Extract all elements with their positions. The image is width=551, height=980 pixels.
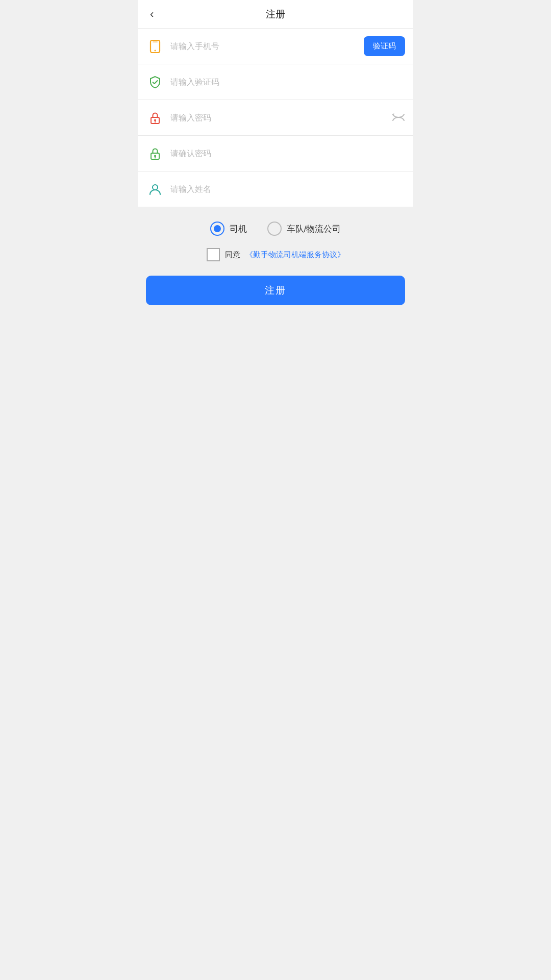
role-fleet-option[interactable]: 车队/物流公司 [267, 222, 341, 236]
driver-label: 司机 [230, 223, 247, 235]
confirm-password-row [138, 136, 413, 172]
lock-green-icon [146, 144, 164, 163]
page-header: ‹ 注册 [138, 0, 413, 29]
back-button[interactable]: ‹ [146, 5, 158, 24]
role-row: 司机 车队/物流公司 [146, 222, 405, 236]
name-input[interactable] [170, 185, 405, 194]
fleet-label: 车队/物流公司 [287, 223, 341, 235]
shield-icon [146, 73, 164, 91]
svg-point-2 [155, 50, 156, 51]
phone-row: 验证码 [138, 29, 413, 64]
verify-code-row [138, 64, 413, 100]
svg-rect-1 [153, 41, 158, 42]
confirm-password-input[interactable] [170, 149, 405, 158]
agree-prefix: 同意 [225, 250, 240, 260]
password-row [138, 100, 413, 136]
phone-input[interactable] [170, 42, 364, 51]
name-row [138, 172, 413, 207]
agree-row: 同意 《勤手物流司机端服务协议》 [146, 248, 405, 261]
svg-point-10 [153, 185, 158, 190]
driver-radio[interactable] [210, 222, 224, 236]
lock-red-icon [146, 109, 164, 127]
driver-radio-inner [214, 225, 221, 232]
user-icon [146, 180, 164, 199]
agree-checkbox[interactable] [207, 248, 220, 261]
eye-icon[interactable] [392, 111, 405, 125]
page-title: 注册 [266, 8, 285, 21]
bottom-area [138, 315, 413, 520]
register-button[interactable]: 注册 [146, 276, 405, 305]
form-section: 验证码 [138, 29, 413, 207]
phone-icon [146, 37, 164, 56]
agree-link[interactable]: 《勤手物流司机端服务协议》 [245, 250, 345, 260]
role-driver-option[interactable]: 司机 [210, 222, 247, 236]
verify-code-input[interactable] [170, 78, 405, 87]
options-section: 司机 车队/物流公司 同意 《勤手物流司机端服务协议》 注册 [138, 207, 413, 315]
password-input[interactable] [170, 113, 405, 122]
fleet-radio[interactable] [267, 222, 282, 236]
verify-code-button[interactable]: 验证码 [364, 36, 405, 56]
